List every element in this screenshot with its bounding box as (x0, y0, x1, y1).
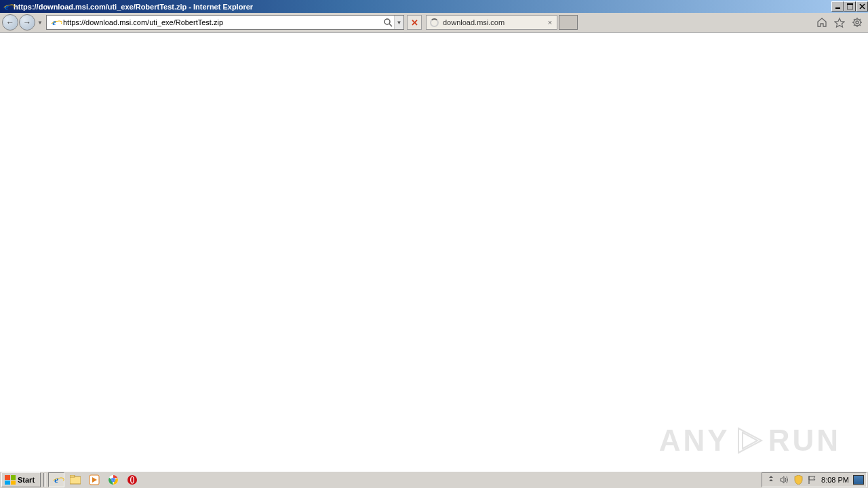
back-button[interactable]: ← (2, 14, 18, 30)
taskbar-app-opera[interactable] (124, 472, 140, 487)
svg-point-26 (131, 477, 133, 483)
svg-line-6 (389, 24, 392, 26)
svg-point-5 (384, 19, 390, 24)
new-tab-button[interactable] (559, 15, 578, 30)
tools-icon[interactable] (851, 16, 863, 28)
taskbar-app-chrome[interactable] (105, 472, 121, 487)
taskbar-app-media[interactable] (86, 472, 102, 487)
address-dropdown[interactable]: ▼ (394, 16, 403, 29)
minimize-button[interactable] (831, 1, 844, 12)
url-input[interactable] (62, 16, 382, 28)
tray-volume-icon[interactable] (779, 474, 790, 485)
svg-rect-17 (70, 476, 81, 484)
tray-clock[interactable]: 8:08 PM (821, 476, 849, 484)
forward-button[interactable]: → (19, 14, 35, 30)
taskbar-app-ie[interactable]: e (48, 472, 64, 487)
maximize-button[interactable] (844, 1, 856, 12)
svg-rect-18 (70, 475, 75, 477)
home-icon[interactable] (816, 16, 828, 28)
system-tray: 8:08 PM (762, 472, 867, 487)
tab-title: download.msi.com (443, 18, 546, 26)
search-icon[interactable] (382, 16, 394, 28)
taskbar-app-explorer[interactable] (67, 472, 83, 487)
windows-logo-icon (5, 475, 16, 485)
favorites-icon[interactable] (833, 16, 846, 28)
svg-line-13 (854, 19, 855, 20)
loading-icon (429, 18, 439, 27)
window-titlebar: e https://download.msi.com/uti_exe/Rober… (0, 0, 868, 13)
page-content (0, 33, 868, 471)
start-label: Start (18, 476, 35, 484)
tab-close-icon[interactable]: × (546, 18, 554, 26)
browser-toolbar: ← → ▼ e ▼ ✕ download.msi.com × (0, 13, 868, 33)
window-controls (831, 1, 868, 12)
nav-history-dropdown[interactable]: ▼ (37, 16, 43, 28)
toolbar-right (816, 16, 863, 28)
show-desktop-button[interactable] (853, 475, 864, 485)
tray-shield-icon[interactable] (793, 474, 804, 485)
window-title: https://download.msi.com/uti_exe/RobertT… (14, 3, 831, 11)
taskbar: Start e 8:08 PM (0, 471, 868, 488)
tray-flag-icon[interactable] (806, 474, 817, 485)
nav-buttons: ← → ▼ (2, 14, 43, 30)
stop-button[interactable]: ✕ (407, 15, 422, 30)
svg-point-23 (112, 479, 115, 481)
svg-point-8 (856, 21, 859, 24)
tray-expand-icon[interactable] (766, 474, 776, 485)
close-button[interactable] (856, 1, 868, 12)
start-button[interactable]: Start (1, 472, 41, 487)
page-icon: e (48, 16, 60, 28)
taskbar-divider (43, 473, 45, 487)
svg-line-16 (860, 19, 861, 20)
svg-line-15 (854, 25, 855, 26)
svg-line-14 (860, 25, 861, 26)
ie-app-icon: e (1, 1, 12, 12)
browser-tab[interactable]: download.msi.com × (426, 15, 557, 30)
address-bar: e ▼ (46, 15, 404, 30)
